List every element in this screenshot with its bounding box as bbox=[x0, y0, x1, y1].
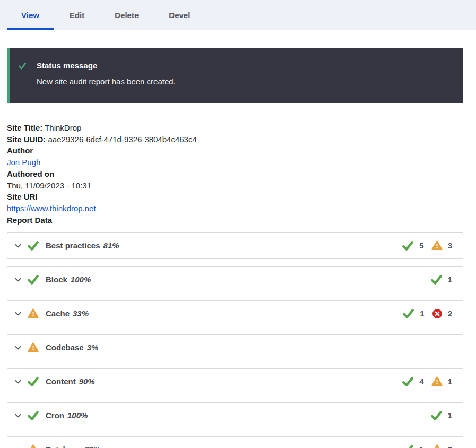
tab-edit[interactable]: Edit bbox=[55, 0, 99, 30]
chevron-down-icon bbox=[14, 343, 22, 352]
count-value: 1 bbox=[448, 377, 452, 386]
tab-devel-label: Devel bbox=[169, 11, 190, 20]
report-row[interactable]: Block 100% 1 bbox=[7, 266, 463, 292]
tab-delete[interactable]: Delete bbox=[100, 0, 153, 30]
authored-on-label-line: Authored on bbox=[7, 168, 463, 180]
check-icon bbox=[430, 409, 443, 421]
count-badge: 1 bbox=[430, 273, 452, 286]
authored-on-value-line: Thu, 11/09/2023 - 10:31 bbox=[7, 180, 463, 192]
section-percent: 100% bbox=[67, 411, 88, 420]
report-row[interactable]: Cron 100% 1 bbox=[7, 402, 463, 428]
section-counts: 53 bbox=[402, 239, 452, 252]
report-sections: Best practices 81% 53 Block 100% 1 Cache… bbox=[7, 232, 463, 448]
count-badge: 2 bbox=[432, 308, 452, 319]
site-uuid-field: Site UUID: aae29326-6dcf-471d-9326-3804b… bbox=[7, 134, 463, 145]
status-message-box: Status message New site audit report has… bbox=[7, 48, 463, 103]
report-data-label-line: Report Data bbox=[7, 214, 463, 226]
count-value: 2 bbox=[448, 445, 452, 448]
field-list: Site Title: ThinkDrop Site UUID: aae2932… bbox=[7, 122, 463, 226]
count-value: 2 bbox=[448, 309, 452, 318]
section-name: Codebase bbox=[46, 343, 84, 352]
check-icon bbox=[10, 61, 27, 70]
tab-edit-label: Edit bbox=[70, 11, 84, 20]
section-percent: 33% bbox=[73, 309, 89, 318]
status-text: Status message New site audit report has… bbox=[37, 61, 176, 86]
check-icon bbox=[402, 443, 414, 448]
section-name: Database bbox=[46, 445, 81, 448]
section-counts: 12 bbox=[402, 443, 452, 448]
report-row[interactable]: Codebase 3% bbox=[7, 334, 463, 360]
site-title-label: Site Title: bbox=[7, 123, 42, 132]
main-content: Status message New site audit report has… bbox=[0, 48, 476, 448]
chevron-down-icon bbox=[14, 445, 22, 448]
site-title-field: Site Title: ThinkDrop bbox=[7, 122, 463, 134]
warning-triangle-icon bbox=[431, 240, 443, 251]
warning-triangle-icon bbox=[431, 444, 443, 448]
author-label-line: Author bbox=[7, 145, 463, 157]
count-value: 5 bbox=[419, 241, 423, 250]
check-icon bbox=[430, 273, 443, 286]
chevron-down-icon bbox=[14, 275, 22, 284]
count-value: 1 bbox=[419, 445, 423, 448]
count-badge: 1 bbox=[402, 307, 424, 320]
count-badge: 1 bbox=[402, 443, 423, 448]
count-badge: 3 bbox=[431, 240, 452, 251]
count-value: 1 bbox=[448, 275, 452, 284]
tab-view-label: View bbox=[21, 11, 39, 20]
site-uri-label: Site URI bbox=[7, 192, 38, 201]
report-row[interactable]: Database 67% 12 bbox=[7, 436, 463, 448]
count-badge: 2 bbox=[431, 444, 452, 448]
tab-delete-label: Delete bbox=[115, 11, 139, 20]
report-row[interactable]: Content 90% 41 bbox=[7, 368, 463, 394]
count-badge: 5 bbox=[402, 239, 423, 252]
warning-triangle-icon bbox=[27, 444, 39, 448]
author-label: Author bbox=[7, 146, 33, 155]
check-icon bbox=[27, 239, 39, 252]
status-title: Status message bbox=[37, 61, 176, 70]
chevron-down-icon bbox=[14, 309, 22, 318]
check-icon bbox=[402, 307, 414, 320]
count-badge: 4 bbox=[402, 375, 423, 387]
status-body: New site audit report has been created. bbox=[37, 77, 176, 86]
count-value: 1 bbox=[448, 411, 452, 420]
count-value: 4 bbox=[419, 377, 423, 386]
check-icon bbox=[27, 273, 39, 286]
section-percent: 67% bbox=[84, 445, 100, 448]
author-link[interactable]: Jon Pugh bbox=[7, 158, 40, 167]
site-uri-link[interactable]: https://www.thinkdrop.net bbox=[7, 204, 96, 213]
section-percent: 81% bbox=[103, 241, 119, 250]
tab-devel[interactable]: Devel bbox=[154, 0, 204, 30]
chevron-down-icon bbox=[14, 377, 22, 386]
section-name: Cache bbox=[46, 309, 70, 318]
warning-triangle-icon bbox=[27, 308, 39, 319]
check-icon bbox=[402, 239, 414, 252]
primary-tabs: View Edit Delete Devel bbox=[0, 0, 476, 30]
section-counts: 12 bbox=[402, 307, 452, 320]
tab-view[interactable]: View bbox=[7, 0, 54, 30]
section-counts: 1 bbox=[430, 409, 452, 421]
section-name: Best practices bbox=[46, 241, 100, 250]
section-percent: 3% bbox=[87, 343, 99, 352]
site-uuid-value: aae29326-6dcf-471d-9326-3804b4c463c4 bbox=[48, 135, 197, 144]
section-name: Content bbox=[46, 377, 76, 386]
check-icon bbox=[27, 375, 39, 387]
site-uri-label-line: Site URI bbox=[7, 191, 463, 203]
warning-triangle-icon bbox=[431, 376, 443, 387]
report-data-label: Report Data bbox=[7, 216, 52, 225]
section-counts: 41 bbox=[402, 375, 452, 387]
check-icon bbox=[27, 409, 39, 421]
count-value: 1 bbox=[420, 309, 424, 318]
authored-on-label: Authored on bbox=[7, 169, 54, 178]
site-uri-value-line: https://www.thinkdrop.net bbox=[7, 203, 463, 214]
section-percent: 100% bbox=[71, 275, 91, 284]
site-title-value: ThinkDrop bbox=[45, 123, 81, 132]
report-row[interactable]: Best practices 81% 53 bbox=[7, 232, 463, 259]
authored-on-value: Thu, 11/09/2023 - 10:31 bbox=[7, 181, 91, 190]
count-badge: 1 bbox=[430, 409, 452, 421]
chevron-down-icon bbox=[14, 242, 22, 250]
author-value-line: Jon Pugh bbox=[7, 157, 463, 168]
count-badge: 1 bbox=[431, 376, 452, 387]
check-icon bbox=[402, 375, 414, 387]
section-percent: 90% bbox=[79, 377, 95, 386]
report-row[interactable]: Cache 33% 12 bbox=[7, 300, 463, 326]
